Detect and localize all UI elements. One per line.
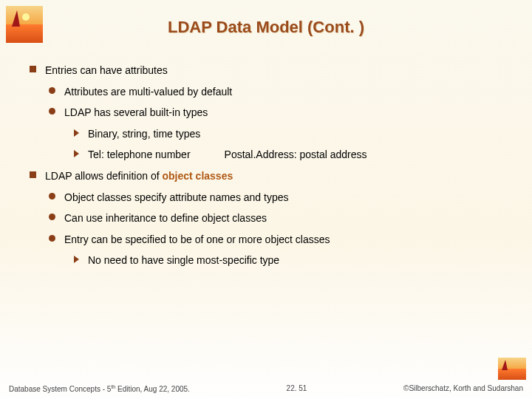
bullet-l3: Tel: telephone numberPostal.Address: pos… <box>74 145 510 165</box>
square-bullet-icon <box>30 171 36 178</box>
bullet-text: Attributes are multi-valued by default <box>64 82 232 102</box>
circle-bullet-icon <box>49 235 55 242</box>
footer-left: Database System Concepts - 5th Edition, … <box>9 384 190 393</box>
bullet-l1: Entries can have attributes <box>30 61 510 81</box>
bullet-l2: Attributes are multi-valued by default <box>49 82 510 102</box>
bullet-text: LDAP allows definition of object classes <box>45 166 233 186</box>
sailboat-logo-bottom <box>498 358 526 380</box>
arrow-bullet-icon <box>74 129 79 137</box>
slide-title: LDAP Data Model (Cont. ) <box>0 18 532 37</box>
bullet-text: Binary, string, time types <box>88 124 200 144</box>
bullet-text: Can use inheritance to define object cla… <box>64 208 267 228</box>
footer-center: 22. 51 <box>287 384 307 393</box>
footer: Database System Concepts - 5th Edition, … <box>9 384 523 393</box>
bullet-text: Object classes specify attribute names a… <box>64 188 288 208</box>
circle-bullet-icon <box>49 87 55 94</box>
bullet-l2: LDAP has several built-in types <box>49 103 510 123</box>
bullet-text: LDAP has several built-in types <box>64 103 208 123</box>
bullet-l2: Can use inheritance to define object cla… <box>49 208 510 228</box>
bullet-text: Entries can have attributes <box>45 61 168 81</box>
arrow-bullet-icon <box>74 150 79 157</box>
circle-bullet-icon <box>49 108 55 115</box>
arrow-bullet-icon <box>74 256 79 263</box>
emphasis-object-classes: object classes <box>163 170 233 182</box>
square-bullet-icon <box>30 66 36 72</box>
bullet-l3: Binary, string, time types <box>74 124 510 144</box>
bullet-text: No need to have single most-specific typ… <box>88 250 279 270</box>
bullet-l3: No need to have single most-specific typ… <box>74 250 510 270</box>
slide-body: Entries can have attributes Attributes a… <box>30 59 510 270</box>
bullet-text: Tel: telephone numberPostal.Address: pos… <box>88 145 367 165</box>
bullet-l2: Entry can be specified to be of one or m… <box>49 230 510 250</box>
circle-bullet-icon <box>49 214 55 220</box>
bullet-text: Entry can be specified to be of one or m… <box>64 230 330 250</box>
bullet-l1: LDAP allows definition of object classes <box>30 166 510 186</box>
circle-bullet-icon <box>49 193 55 200</box>
footer-right: ©Silberschatz, Korth and Sudarshan <box>403 384 523 393</box>
bullet-l2: Object classes specify attribute names a… <box>49 188 510 208</box>
